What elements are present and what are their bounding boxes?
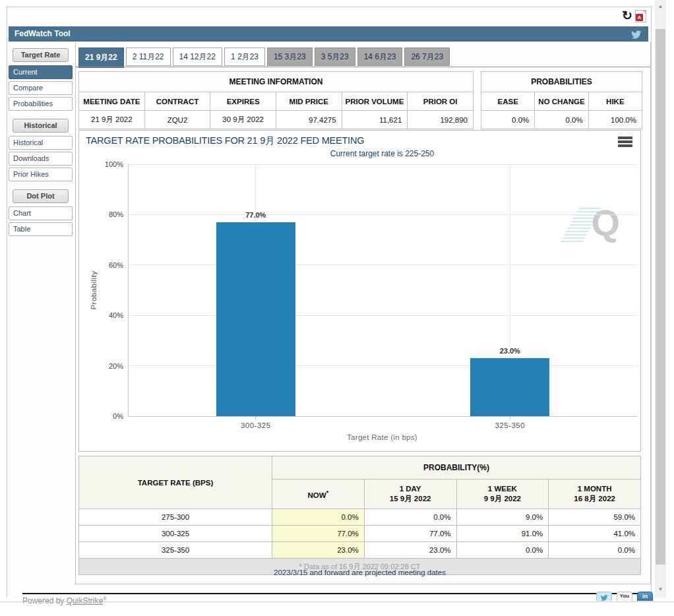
meeting-information-table: MEETING INFORMATION MEETING DATECONTRACT… — [78, 71, 474, 129]
x-category-label-300-325: 300-325 — [210, 421, 302, 429]
column-header-1-week: 1 WEEK9 9月 2022 — [456, 479, 549, 509]
sidebar-header-dot-plot: Dot Plot — [13, 189, 69, 203]
tab-meeting-6[interactable]: 3 5月23 — [315, 47, 355, 66]
sidebar-header-target-rate: Target Rate — [13, 48, 69, 62]
sidebar-item-chart[interactable]: Chart — [9, 206, 73, 220]
page-bottom-rule — [0, 601, 674, 602]
prob-summary-header-row: EASENO CHANGEHIKE — [481, 92, 642, 111]
tab-meeting-4[interactable]: 1 2月23 — [224, 47, 265, 66]
youtube-social-icon[interactable]: You — [617, 592, 632, 601]
prob-cell-275-300-1: 0.0% — [364, 509, 456, 526]
meeting-info-value-prior-oi: 192,890 — [408, 111, 474, 129]
y-axis-title: Probability — [90, 264, 98, 317]
probability-row-325-350: 325-35023.0%23.0%0.0%0.0% — [79, 542, 641, 559]
scrollbar-thumb[interactable] — [656, 29, 665, 565]
meeting-info-value-mid-price: 97.4275 — [276, 111, 342, 129]
app-title: FedWatch Tool — [15, 29, 71, 38]
meeting-info-value-contract: ZQU2 — [144, 111, 210, 129]
quikstrike-link[interactable]: QuikStrike — [67, 596, 103, 605]
y-tick-label-80: 80% — [94, 210, 123, 218]
tab-meeting-8[interactable]: 26 7月23 — [404, 47, 450, 66]
meeting-info-header-contract: CONTRACT — [144, 92, 210, 111]
sidebar-item-prior-hikes[interactable]: Prior Hikes — [9, 168, 73, 181]
x-tick-325-350 — [510, 416, 510, 419]
registered-mark: ® — [103, 596, 107, 601]
sidebar-item-table[interactable]: Table — [9, 222, 73, 236]
prob-cell-300-325-0: 77.0% — [272, 526, 365, 542]
tab-meeting-5[interactable]: 15 3月23 — [267, 47, 313, 66]
scroll-down-arrow-icon[interactable]: ▼ — [655, 584, 666, 595]
prob-summary-header-hike: HIKE — [588, 92, 642, 111]
meeting-info-header-prior-oi: PRIOR OI — [408, 92, 474, 111]
adobe-pdf-glyph: A — [636, 14, 643, 21]
column-header-1-day: 1 DAY15 9月 2022 — [364, 479, 456, 509]
rate-cell-275-300: 275-300 — [79, 509, 272, 526]
fedwatch-header-bar: FedWatch Tool — [9, 26, 648, 42]
meeting-info-value-row: 21 9月 2022ZQU230 9月 202297.427511,621192… — [79, 111, 474, 129]
prob-cell-275-300-0: 0.0% — [272, 509, 365, 526]
prob-summary-value-ease: 0.0% — [481, 111, 535, 129]
social-icons: You in — [596, 592, 653, 601]
plot-area: Q 0%20%40%60%80%100%77.0%300-32523.0%325… — [128, 164, 637, 417]
tab-meeting-1[interactable]: 21 9月22 — [78, 47, 124, 68]
probability-table-body: 275-3000.0%0.0%9.0%59.0%300-32577.0%77.0… — [79, 509, 641, 559]
y-tick-label-40: 40% — [94, 311, 123, 319]
powered-by-label: Powered by — [22, 596, 67, 605]
quikstrike-watermark: Q — [570, 202, 620, 246]
prob-cell-300-325-3: 41.0% — [549, 526, 641, 542]
scroll-up-arrow-icon[interactable]: ▲ — [655, 1, 666, 12]
tab-meeting-7[interactable]: 14 6月23 — [357, 47, 403, 66]
sidebar-item-historical[interactable]: Historical — [9, 136, 73, 150]
top-toolbar: ↻ A — [7, 7, 651, 26]
gridline-y-80 — [129, 214, 637, 215]
prob-summary-value-hike: 100.0% — [588, 111, 642, 129]
meeting-info-value-prior-volume: 11,621 — [342, 111, 408, 129]
meeting-info-header-mid-price: MID PRICE — [276, 92, 342, 111]
prob-cell-300-325-1: 77.0% — [364, 526, 456, 542]
probability-row-275-300: 275-3000.0%0.0%9.0%59.0% — [79, 509, 641, 526]
twitter-social-icon[interactable] — [596, 592, 612, 601]
column-header-now: NOW* — [272, 479, 365, 509]
meeting-info-header-prior-volume: PRIOR VOLUME — [342, 92, 408, 111]
prob-cell-300-325-2: 91.0% — [456, 526, 549, 542]
tab-underline — [76, 67, 650, 67]
x-axis-title: Target Rate (in bps) — [128, 433, 636, 441]
tab-meeting-2[interactable]: 2 11月22 — [126, 47, 171, 66]
sidebar-section-dot-plot: Dot PlotChartTable — [9, 189, 73, 236]
meeting-info-value-meeting-date: 21 9月 2022 — [79, 111, 145, 129]
bar-325-350[interactable] — [470, 358, 549, 416]
page-fold-icon — [642, 11, 646, 14]
sidebar-section-target-rate: Target RateCurrentCompareProbabilities — [9, 48, 73, 111]
prob-cell-275-300-2: 9.0% — [456, 509, 549, 526]
prob-cell-325-350-3: 0.0% — [549, 542, 641, 559]
x-category-label-325-350: 325-350 — [464, 421, 556, 429]
meeting-information-title: MEETING INFORMATION — [79, 72, 474, 92]
projected-dates-note: 2023/3/15 and forward are projected meet… — [78, 569, 641, 576]
sidebar-item-current[interactable]: Current — [9, 65, 73, 79]
prob-summary-value-no-change: 0.0% — [535, 111, 588, 129]
bar-label-325-350: 23.0% — [470, 347, 549, 355]
sidebar-item-downloads[interactable]: Downloads — [9, 152, 73, 166]
probability-table: TARGET RATE (BPS) PROBABILITY(%) NOW*1 D… — [78, 456, 641, 575]
vertical-scrollbar[interactable]: ▲ ▼ — [655, 0, 666, 598]
prob-cell-325-350-2: 0.0% — [456, 542, 549, 559]
pdf-export-icon[interactable]: A — [635, 10, 646, 22]
refresh-icon[interactable]: ↻ — [622, 7, 632, 24]
gridline-y-100 — [129, 164, 637, 165]
bar-300-325[interactable] — [216, 222, 295, 416]
linkedin-social-icon[interactable]: in — [637, 592, 653, 601]
prob-cell-325-350-0: 23.0% — [272, 542, 365, 559]
tab-bar: 21 9月222 11月2214 12月221 2月2315 3月233 5月2… — [78, 47, 450, 68]
sidebar-item-compare[interactable]: Compare — [9, 81, 73, 95]
sidebar-item-probabilities[interactable]: Probabilities — [9, 97, 73, 111]
meeting-info-header-expires: EXPIRES — [210, 92, 276, 111]
chart-context-menu-icon[interactable] — [618, 137, 632, 148]
twitter-icon[interactable] — [630, 30, 642, 39]
sidebar-header-historical: Historical — [13, 119, 69, 133]
gridline-y-20 — [129, 365, 637, 366]
powered-by-text: Powered by QuikStrike® — [22, 596, 107, 605]
chart-subtitle: Current target rate is 225-250 — [128, 149, 636, 158]
probabilities-summary-title: PROBABILITIES — [481, 72, 642, 92]
tab-meeting-3[interactable]: 14 12月22 — [173, 47, 222, 66]
probability-group-header: PROBABILITY(%) — [272, 456, 641, 479]
